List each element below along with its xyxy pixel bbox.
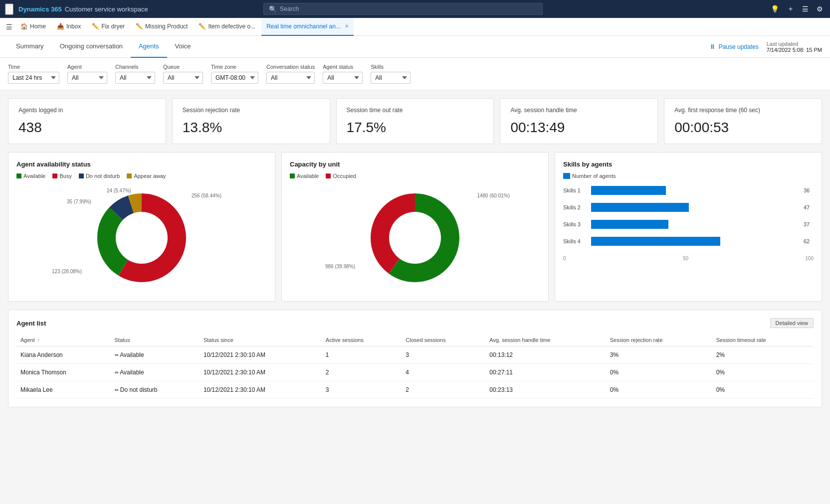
skill-3-value: 37	[804, 221, 814, 227]
agent-closed-sessions: 2	[402, 381, 485, 399]
availability-annotation-3: 35 (7.99%)	[67, 199, 91, 204]
skill-3-bar	[591, 220, 668, 229]
pause-updates-button[interactable]: ⏸ Pause updates	[709, 43, 759, 50]
filter-skills-select[interactable]: All	[371, 72, 411, 84]
filter-channels: Channels All	[115, 64, 155, 84]
capacity-legend-available: Available	[290, 173, 319, 179]
nav-tab-ongoing[interactable]: Ongoing conversation	[52, 36, 131, 58]
filter-queue-select[interactable]: All	[163, 72, 203, 84]
tab-inbox[interactable]: 📥 Inbox	[52, 18, 86, 36]
agent-timeout-rate: 0%	[712, 381, 814, 399]
filter-channels-label: Channels	[115, 64, 155, 70]
filter-conv-status: Conversation status All	[266, 64, 315, 84]
agent-avg-handle: 00:13:12	[485, 346, 606, 364]
tab-realtime[interactable]: Real time omnichannel an... ✕	[261, 18, 354, 36]
agent-status: ✏ Do not disturb	[111, 381, 200, 399]
availability-donut-svg	[92, 188, 192, 288]
search-input[interactable]	[280, 5, 537, 12]
filter-time-select[interactable]: Last 24 hrsLast 7 daysLast 30 days	[8, 72, 59, 84]
tab-hamburger[interactable]: ☰	[4, 21, 14, 33]
filter-timezone-select[interactable]: GMT-08:00GMT-05:00UTC	[211, 72, 258, 84]
legend-busy-dot	[52, 173, 57, 178]
kpi-timeout-value: 17.5%	[347, 120, 484, 136]
availability-chart: Agent availability status Available Busy…	[8, 152, 275, 302]
agent-list-title: Agent list	[16, 320, 46, 327]
capacity-legend-occupied-label: Occupied	[333, 173, 356, 179]
svg-point-4	[116, 212, 168, 264]
settings-icon[interactable]: ⚙	[815, 4, 825, 14]
agent-table: Agent ↑ Status Status since Active sessi…	[16, 334, 814, 399]
x-axis-100: 100	[805, 256, 814, 261]
tab-close-icon[interactable]: ✕	[345, 23, 349, 29]
search-icon: 🔍	[269, 5, 277, 13]
filter-conv-status-select[interactable]: All	[266, 72, 315, 84]
kpi-first-response-label: Avg. first response time (60 sec)	[674, 107, 812, 114]
agent-closed-sessions: 4	[402, 364, 485, 381]
filter-agent-status-label: Agent status	[323, 64, 363, 70]
availability-annotation-1: 256 (58.44%)	[192, 193, 221, 198]
agent-active-sessions: 2	[322, 364, 402, 381]
agent-status-since: 10/12/2021 2:30:10 AM	[200, 346, 322, 364]
home-icon: 🏠	[20, 23, 28, 30]
pause-icon: ⏸	[709, 43, 716, 50]
skills-legend-agents: Number of agents	[563, 173, 616, 179]
agent-rejection-rate: 0%	[606, 381, 712, 399]
tab-fix-dryer[interactable]: ✏️ Fix dryer	[87, 18, 130, 36]
legend-available-label: Available	[23, 173, 45, 179]
nav-tab-summary-label: Summary	[16, 42, 44, 50]
table-row: Kiana Anderson ✏ Available 10/12/2021 2:…	[16, 346, 814, 364]
kpi-rejection-label: Session rejection rate	[183, 107, 320, 114]
kpi-row: Agents logged in 438 Session rejection r…	[8, 98, 822, 144]
skill-4-value: 62	[804, 238, 814, 244]
skills-bars: Skills 1 36 Skills 2 47 Skills 3	[563, 184, 814, 263]
availability-annotation-2: 123 (28.08%)	[52, 269, 82, 274]
filter-channels-select[interactable]: All	[115, 72, 155, 84]
filter-skills: Skills All	[371, 64, 411, 84]
skill-row-4: Skills 4 62	[563, 237, 814, 246]
nav-tab-agents[interactable]: Agents	[131, 36, 167, 58]
availability-donut-wrap: 256 (58.44%) 123 (28.08%) 35 (7.99%) 24 …	[92, 188, 192, 289]
legend-away-label: Appear away	[134, 173, 166, 179]
waffle-icon[interactable]: ⊞	[5, 3, 13, 15]
filter-timezone-label: Time zone	[211, 64, 258, 70]
col-agent[interactable]: Agent ↑	[16, 334, 111, 346]
col-status: Status	[111, 334, 200, 346]
skill-row-2: Skills 2 47	[563, 203, 814, 212]
skill-1-bar	[591, 186, 666, 195]
skills-legend: Number of agents	[563, 173, 814, 179]
detail-view-button[interactable]: Detailed view	[770, 318, 814, 328]
col-rejection-label: Session rejection rate	[610, 337, 663, 343]
col-avg-handle: Avg. session handle time	[485, 334, 606, 346]
filter-agent-select[interactable]: All	[67, 72, 107, 84]
capacity-annotation-2: 986 (39.98%)	[325, 264, 355, 269]
capacity-donut-wrap: 1480 (60.01%) 986 (39.98%)	[365, 188, 465, 289]
skill-2-bar-wrap	[591, 203, 800, 212]
filter-time: Time Last 24 hrsLast 7 daysLast 30 days	[8, 64, 59, 84]
tab-item-defective[interactable]: ✏️ Item defective o...	[194, 18, 260, 36]
edit-icon-3: ✏️	[199, 23, 206, 30]
filter-agent-status-select[interactable]: All	[323, 72, 363, 84]
plus-icon[interactable]: ＋	[785, 3, 796, 14]
kpi-first-response: Avg. first response time (60 sec) 00:00:…	[664, 98, 822, 144]
tab-missing-product[interactable]: ✏️ Missing Product	[131, 18, 193, 36]
tab-home[interactable]: 🏠 Home	[15, 18, 51, 36]
agent-status: ✏ Available	[111, 346, 200, 364]
agent-active-sessions: 3	[322, 381, 402, 399]
lightbulb-icon[interactable]: 💡	[769, 4, 781, 14]
top-bar: ⊞ Dynamics 365 Customer service workspac…	[0, 0, 830, 18]
kpi-rejection-rate: Session rejection rate 13.8%	[172, 98, 330, 144]
nav-tab-summary[interactable]: Summary	[8, 36, 52, 58]
agent-list-header: Agent list Detailed view	[16, 318, 814, 328]
nav-tab-voice[interactable]: Voice	[167, 36, 199, 58]
kpi-avg-handle-label: Avg. session handle time	[510, 107, 647, 114]
top-bar-actions: 💡 ＋ ☰ ⚙	[769, 3, 825, 14]
skill-row-3: Skills 3 37	[563, 220, 814, 229]
table-header-row: Agent ↑ Status Status since Active sessi…	[16, 334, 814, 346]
agent-rejection-rate: 3%	[606, 346, 712, 364]
menu-icon[interactable]: ☰	[800, 4, 811, 14]
capacity-title: Capacity by unit	[290, 161, 540, 168]
search-bar[interactable]: 🔍	[263, 3, 543, 15]
kpi-agents-value: 438	[18, 120, 156, 136]
last-updated-value: 7/14/2022 5:08: 15 PM	[767, 47, 822, 53]
col-status-since-label: Status since	[204, 337, 233, 343]
